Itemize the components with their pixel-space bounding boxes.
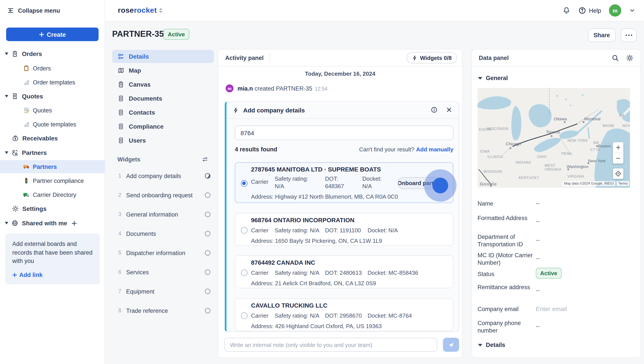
- result-radio[interactable]: [241, 270, 248, 276]
- caret-down-icon[interactable]: [5, 152, 8, 154]
- close-icon[interactable]: [446, 106, 453, 113]
- google-logo: Google: [480, 181, 497, 186]
- sidebar-item-partners[interactable]: Partners: [0, 160, 105, 173]
- field-value[interactable]: --: [536, 237, 540, 243]
- info-icon[interactable]: [431, 106, 438, 113]
- document-icon: [117, 95, 124, 102]
- send-note-button[interactable]: [443, 338, 459, 352]
- add-shared-board-icon[interactable]: [72, 220, 77, 226]
- widget-list-item-add-company-details[interactable]: 1 Add company details: [112, 170, 214, 181]
- widget-list-item-services[interactable]: 6 Services: [112, 267, 214, 278]
- help-label: Help: [589, 7, 601, 14]
- account-chevron-down-icon[interactable]: [629, 8, 635, 14]
- field-value[interactable]: --: [536, 323, 540, 330]
- sidebar-item-settings[interactable]: Settings: [0, 202, 105, 215]
- add-manually-link[interactable]: Add manually: [416, 146, 454, 153]
- activity-date-separator: Today, December 16, 2024: [218, 70, 462, 77]
- tab-canvas[interactable]: Canvas: [112, 78, 214, 91]
- brand-logo[interactable]: roserocket: [118, 6, 162, 15]
- share-button[interactable]: Share: [588, 28, 615, 42]
- field-value[interactable]: --: [536, 255, 540, 262]
- add-company-details-widget: Add company details 4 results found Can'…: [225, 102, 459, 332]
- sidebar-item-quotes[interactable]: Quotes: [0, 104, 105, 117]
- caret-down-icon[interactable]: [5, 222, 8, 224]
- caret-down-icon[interactable]: [5, 95, 8, 98]
- section-details[interactable]: Details: [478, 342, 505, 348]
- tab-documents[interactable]: Documents: [112, 92, 214, 105]
- widget-progress-partial-icon: [204, 172, 211, 180]
- shared-boards-note: Add external boards and records that hav…: [5, 234, 100, 284]
- map-locate-button[interactable]: [613, 168, 623, 179]
- widget-list-item-dispatcher-information[interactable]: 5 Dispatcher information: [112, 248, 214, 258]
- map-zoom-in-button[interactable]: [613, 142, 623, 153]
- widget-list-item-documents[interactable]: 4 Documents: [112, 228, 214, 239]
- section-general[interactable]: General: [478, 75, 508, 82]
- sidebar-item-shared-with-me[interactable]: Shared with me: [0, 216, 105, 230]
- map-terms-link[interactable]: Terms: [617, 181, 629, 186]
- sidebar-item-receivables[interactable]: Receivables: [0, 132, 105, 145]
- create-button[interactable]: Create: [6, 28, 99, 41]
- brand-switcher-icon[interactable]: [159, 8, 162, 13]
- traffic-light-icon: [23, 177, 30, 184]
- tab-contacts[interactable]: Contacts: [112, 106, 214, 119]
- sidebar-item-orders[interactable]: Orders: [0, 62, 105, 75]
- map-zoom-out-button[interactable]: [613, 153, 623, 164]
- cant-find-text: Can't find your result?: [359, 146, 414, 153]
- gear-icon[interactable]: [626, 54, 633, 62]
- field-value[interactable]: --: [536, 287, 540, 294]
- internal-note-input[interactable]: [224, 338, 437, 352]
- search-result-cavallo-trucking[interactable]: CAVALLO TRUCKING LLC Carrier Safety rati…: [235, 298, 454, 331]
- map-zoom-controls[interactable]: [613, 142, 623, 164]
- sidebar-item-partner-compliance[interactable]: Partner compliance: [0, 174, 105, 187]
- add-link-button[interactable]: Add link: [12, 272, 93, 278]
- tab-map[interactable]: Map: [112, 64, 214, 77]
- notifications-bell-icon[interactable]: [562, 6, 570, 14]
- activity-event: m mia.n created PARTNER-3512:54: [226, 84, 327, 92]
- tab-users[interactable]: Users: [112, 134, 214, 147]
- caret-down-icon: [478, 77, 482, 80]
- sidebar-item-quote-templates[interactable]: Quote templates: [0, 118, 105, 131]
- widget-progress-empty-icon: [204, 288, 211, 295]
- search-result-ontario-incorporation[interactable]: 968764 ONTARIO INCORPORATION Carrier Saf…: [235, 213, 454, 246]
- page-title: PARTNER-35: [112, 29, 164, 39]
- caret-down-icon[interactable]: [5, 52, 8, 55]
- triangle-ruler-icon: [23, 79, 30, 86]
- sidebar-item-carrier-directory[interactable]: Carrier Directory: [0, 188, 105, 201]
- result-radio[interactable]: [241, 312, 248, 319]
- tab-compliance[interactable]: Compliance: [112, 120, 214, 133]
- sidebar-item-orders-group[interactable]: Orders: [0, 47, 105, 60]
- receipt-icon: [12, 93, 19, 100]
- tab-details[interactable]: Details: [112, 50, 214, 63]
- result-radio[interactable]: [241, 227, 248, 234]
- field-label: Formatted Address: [478, 214, 535, 222]
- company-email-placeholder[interactable]: Enter email: [536, 306, 567, 312]
- field-label: Department of Transportation ID: [478, 233, 535, 248]
- help-button[interactable]: Help: [578, 6, 601, 14]
- field-label: Status: [478, 270, 535, 278]
- widget-list-item-send-onboarding-request[interactable]: 2 Send onboarding request: [112, 190, 214, 200]
- search-result-canada-inc[interactable]: 8764492 CANADA INC Carrier Safety rating…: [235, 256, 454, 288]
- status-badge[interactable]: Active: [536, 268, 562, 279]
- field-value[interactable]: --: [536, 200, 540, 206]
- top-bar: Collapse menu roserocket Help m: [0, 0, 644, 22]
- field-value[interactable]: --: [536, 218, 540, 224]
- reorder-widgets-icon[interactable]: [201, 156, 208, 163]
- company-search-input[interactable]: [235, 126, 454, 140]
- search-icon[interactable]: [611, 54, 619, 62]
- sidebar-item-partners-group[interactable]: Partners: [0, 146, 105, 159]
- collapse-menu-button[interactable]: Collapse menu: [0, 0, 105, 21]
- widget-list-item-trade-reference[interactable]: 8 Trade reference: [112, 306, 214, 316]
- widgets-progress-button[interactable]: Widgets 0/8: [406, 52, 457, 64]
- result-radio-selected[interactable]: [241, 180, 248, 187]
- user-avatar[interactable]: m: [609, 4, 621, 16]
- more-options-button[interactable]: [621, 28, 636, 42]
- partner-status-badge: Active: [163, 29, 189, 40]
- partner-location-map[interactable]: ESOTA WISCONSIN IOWA ILLINOIS INDIANA OH…: [478, 88, 630, 188]
- sidebar-item-quotes-group[interactable]: Quotes: [0, 90, 105, 103]
- click-indicator: [424, 169, 457, 202]
- widget-list-item-general-information[interactable]: 3 General information: [112, 209, 214, 220]
- widget-list-item-equipment[interactable]: 7 Equipment: [112, 286, 214, 296]
- bolt-icon: [233, 107, 239, 113]
- search-result-manitoba-ltd[interactable]: 2787645 MANITOBA LTD · SUPREME BOATS Car…: [235, 162, 454, 203]
- sidebar-item-order-templates[interactable]: Order templates: [0, 76, 105, 89]
